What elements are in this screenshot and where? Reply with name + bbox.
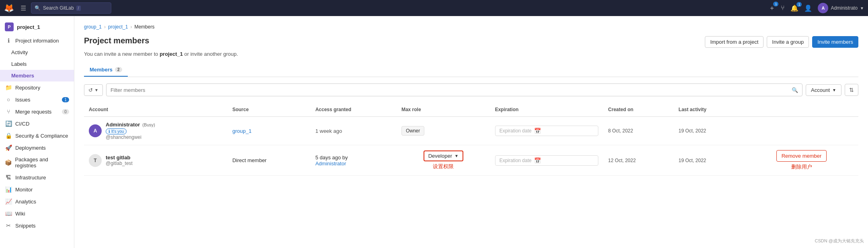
sidebar-item-deployments[interactable]: 🚀 Deployments — [0, 142, 74, 154]
sidebar-item-activity[interactable]: Activity — [0, 47, 74, 58]
sidebar-item-label: Merge requests — [15, 109, 51, 115]
sidebar-item-label: Infrastructure — [15, 175, 46, 181]
chevron-down-icon: ▼ — [94, 88, 98, 92]
sidebar-item-label: Project information — [15, 38, 59, 44]
sidebar-item-analytics[interactable]: 📈 Analytics — [0, 195, 74, 207]
table-header: Account Source Access granted Max role E… — [84, 103, 858, 117]
page-header: Project members Import from a project In… — [84, 36, 858, 48]
sidebar-item-label: Wiki — [15, 211, 25, 217]
col-max-role: Max role — [397, 103, 490, 117]
user-profile[interactable]: A Administrato ▼ — [818, 3, 864, 13]
merge-requests-nav[interactable]: ⑂ — [781, 4, 785, 12]
sidebar-item-infrastructure[interactable]: 🏗 Infrastructure — [0, 171, 74, 183]
cell-created-admin: 8 Oct, 2022 — [603, 117, 674, 145]
sidebar-item-label: Security & Compliance — [15, 133, 68, 139]
table-body: A Administrator (Busy) ℹ It's you — [84, 117, 858, 176]
filter-search-container: 🔍 — [106, 83, 802, 96]
filter-row: ↺ ▼ 🔍 Account ▼ ⇅ — [84, 83, 858, 96]
member-account-admin: A Administrator (Busy) ℹ It's you — [89, 122, 223, 140]
nav-icons: ＋ 1 ⑂ 🔔 1 👤 A Administrato ▼ — [769, 3, 864, 13]
annotation-set-permission: 设置权限 — [433, 163, 454, 170]
sidebar-item-cicd[interactable]: 🔄 CI/CD — [0, 118, 74, 130]
issues-icon: ○ — [5, 96, 12, 103]
filter-history-button[interactable]: ↺ ▼ — [84, 84, 103, 96]
project-header[interactable]: P project_1 — [0, 19, 74, 35]
expiration-placeholder-admin: Expiration date — [500, 128, 532, 134]
info-icon: ℹ — [108, 129, 110, 134]
import-from-project-button[interactable]: Import from a project — [705, 36, 764, 48]
col-created-on: Created on — [603, 103, 674, 117]
member-username-admin: @shanchengwei — [106, 134, 155, 140]
sidebar-item-snippets[interactable]: ✂ Snippets — [0, 220, 74, 232]
hamburger-menu[interactable]: ☰ — [19, 3, 28, 14]
breadcrumb-sep-1: › — [104, 24, 106, 30]
search-placeholder: Search GitLab — [43, 5, 74, 11]
subtitle-pre: You can invite a new member to — [84, 51, 160, 57]
invite-members-button[interactable]: Invite members — [812, 36, 858, 48]
breadcrumb-group[interactable]: group_1 — [84, 24, 102, 30]
invite-group-button[interactable]: Invite a group — [767, 36, 809, 48]
source-text-test: Direct member — [232, 157, 266, 163]
search-slash: / — [76, 6, 81, 11]
sidebar-item-project-information[interactable]: ℹ Project information — [0, 35, 74, 47]
annotation-remove-user: 删除用户 — [791, 163, 812, 171]
sidebar-item-monitor[interactable]: 📊 Monitor — [0, 183, 74, 195]
tab-members[interactable]: Members 2 — [84, 63, 128, 77]
breadcrumb: group_1 › project_1 › Members — [84, 24, 858, 30]
member-username-test: @gitlab_test — [106, 161, 133, 166]
wiki-icon: 📖 — [5, 210, 12, 217]
last-activity-test: 19 Oct, 2022 — [679, 158, 706, 163]
expiration-field-test[interactable]: Expiration date 📅 — [495, 155, 599, 166]
table-row: T test gitlab @gitlab_test Direct member… — [84, 145, 858, 176]
cell-access-admin: 1 week ago — [311, 117, 397, 145]
cell-role-admin: Owner — [397, 117, 490, 145]
tabs: Members 2 — [84, 63, 858, 77]
sidebar-item-wiki[interactable]: 📖 Wiki — [0, 207, 74, 220]
sidebar-item-repository[interactable]: 📁 Repository — [0, 81, 74, 94]
sidebar-item-label: Deployments — [15, 145, 46, 151]
merge-requests-badge: 0 — [62, 109, 69, 114]
sidebar-item-security[interactable]: 🔒 Security & Compliance — [0, 130, 74, 142]
sidebar-item-label: Members — [11, 73, 34, 79]
sidebar-item-packages[interactable]: 📦 Packages and registries — [0, 154, 74, 171]
sidebar-item-label: Analytics — [15, 199, 36, 205]
top-navigation: 🦊 ☰ 🔍 Search GitLab / ＋ 1 ⑂ 🔔 1 👤 A Admi… — [0, 0, 868, 16]
sidebar-item-issues[interactable]: ○ Issues 1 — [0, 94, 74, 106]
infrastructure-icon: 🏗 — [5, 174, 12, 181]
sort-button[interactable]: ⇅ — [845, 84, 858, 96]
filter-members-input[interactable] — [111, 87, 788, 93]
search-bar[interactable]: 🔍 Search GitLab / — [31, 2, 111, 14]
repository-icon: 📁 — [5, 84, 12, 91]
sidebar-item-labels[interactable]: Labels — [0, 58, 74, 70]
members-table: Account Source Access granted Max role E… — [84, 103, 858, 176]
info-icon: ℹ — [5, 37, 12, 44]
table-row: A Administrator (Busy) ℹ It's you — [84, 117, 858, 145]
role-label-test: Developer — [428, 153, 452, 159]
snippets-icon: ✂ — [5, 222, 12, 229]
sidebar-item-merge-requests[interactable]: ⑂ Merge requests 0 — [0, 106, 74, 118]
member-busy-admin: (Busy) — [142, 122, 155, 127]
sidebar-item-label: Packages and registries — [15, 157, 69, 169]
user-icon: 👤 — [804, 4, 812, 12]
member-account-test: T test gitlab @gitlab_test — [89, 154, 223, 167]
remove-member-button[interactable]: Remove member — [776, 150, 827, 162]
breadcrumb-project[interactable]: project_1 — [108, 24, 128, 30]
packages-icon: 📦 — [5, 159, 12, 166]
cell-role-test: Developer ▼ 设置权限 — [397, 145, 490, 176]
account-filter-button[interactable]: Account ▼ — [806, 84, 841, 96]
access-by-link[interactable]: Administrator — [315, 161, 346, 167]
source-link-admin[interactable]: group_1 — [232, 128, 252, 134]
cell-source-admin: group_1 — [227, 117, 310, 145]
main-layout: P project_1 ℹ Project information Activi… — [0, 16, 868, 248]
expiration-field-admin[interactable]: Expiration date 📅 — [495, 126, 599, 136]
col-expiration: Expiration — [490, 103, 604, 117]
create-badge: 1 — [773, 2, 778, 6]
chevron-down-icon: ▼ — [860, 6, 864, 10]
create-button[interactable]: ＋ 1 — [769, 4, 775, 12]
expiration-placeholder-test: Expiration date — [500, 158, 532, 163]
sidebar-item-members[interactable]: Members — [0, 70, 74, 81]
notifications-button[interactable]: 🔔 1 — [790, 4, 798, 12]
role-dropdown-test[interactable]: Developer ▼ — [424, 150, 463, 161]
cell-actions-test: Remove member 删除用户 — [745, 145, 858, 176]
user-menu[interactable]: 👤 — [804, 4, 812, 12]
